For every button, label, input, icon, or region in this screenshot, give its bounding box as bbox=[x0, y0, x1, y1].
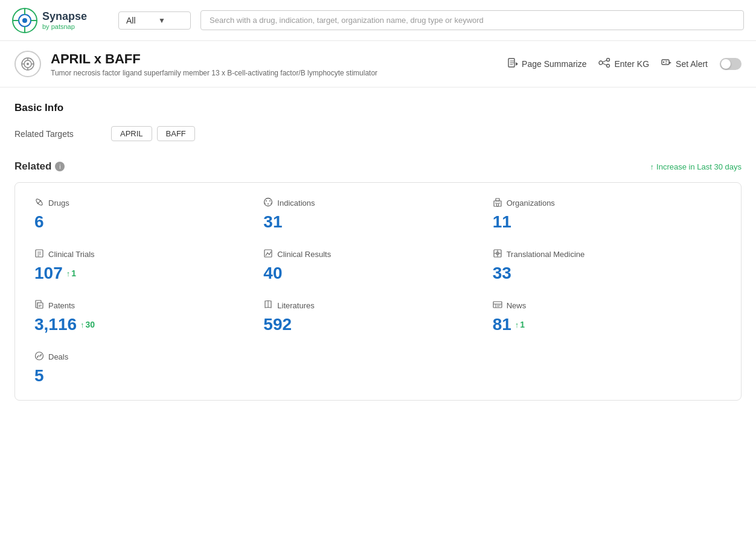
clinical-trials-text: Clinical Trials bbox=[48, 250, 95, 259]
drugs-icon bbox=[34, 197, 44, 209]
set-alert-icon bbox=[661, 57, 672, 71]
drugs-value: 6 bbox=[34, 212, 263, 232]
literatures-count: 592 bbox=[263, 315, 292, 334]
stat-literatures-label: Literatures bbox=[263, 300, 492, 311]
patents-increase-count: 30 bbox=[86, 320, 95, 329]
literatures-icon bbox=[263, 300, 273, 311]
info-icon[interactable]: i bbox=[55, 162, 65, 171]
news-text: News bbox=[507, 301, 527, 310]
search-type-value: All bbox=[126, 16, 151, 25]
enter-kg-button[interactable]: Enter KG bbox=[598, 58, 649, 70]
search-input[interactable]: Search with a drug, indication, target, … bbox=[200, 10, 744, 30]
deals-text: Deals bbox=[48, 352, 68, 361]
summarize-svg bbox=[507, 57, 518, 68]
entity-icon bbox=[14, 51, 41, 77]
logo-area: Synapse by patsnap bbox=[12, 8, 109, 33]
svg-point-23 bbox=[663, 62, 664, 63]
clinical-results-icon bbox=[263, 249, 273, 260]
stat-patents-label: Patents bbox=[34, 300, 263, 311]
stat-translational-medicine[interactable]: Translational Medicine 33 bbox=[493, 249, 722, 283]
tag-baff[interactable]: BAFF bbox=[157, 126, 195, 141]
svg-point-29 bbox=[266, 200, 267, 202]
related-title-area: Related i bbox=[14, 160, 65, 173]
literatures-text: Literatures bbox=[277, 301, 314, 310]
indications-text: Indications bbox=[277, 198, 315, 208]
related-section-header: Related i ↑ Increase in Last 30 days bbox=[14, 160, 742, 173]
patents-value: 3,116 ↑ 30 bbox=[34, 315, 263, 334]
up-icon-patents: ↑ bbox=[80, 320, 85, 329]
entity-header: APRIL x BAFF Tumor necrosis factor ligan… bbox=[0, 41, 756, 87]
clinical-results-count: 40 bbox=[263, 264, 282, 283]
stat-news[interactable]: News 81 ↑ 1 bbox=[493, 300, 722, 334]
stats-grid: Drugs 6 Indications 31 bbox=[34, 197, 722, 386]
organizations-icon bbox=[493, 197, 502, 209]
clinical-results-text: Clinical Results bbox=[277, 250, 331, 259]
stat-deals[interactable]: Deals 5 bbox=[34, 351, 263, 386]
tag-april[interactable]: APRIL bbox=[111, 126, 152, 141]
up-arrow-icon: ↑ bbox=[650, 162, 655, 171]
enter-kg-icon bbox=[598, 58, 610, 70]
clinical-trials-count: 107 bbox=[34, 264, 63, 283]
svg-point-17 bbox=[607, 59, 610, 62]
patents-increase: ↑ 30 bbox=[80, 320, 95, 329]
indications-count: 31 bbox=[263, 212, 282, 232]
set-alert-button[interactable]: Set Alert bbox=[661, 57, 708, 71]
search-type-dropdown[interactable]: All ▼ bbox=[118, 11, 191, 30]
svg-rect-36 bbox=[496, 203, 498, 206]
basic-info-section-title: Basic Info bbox=[14, 102, 742, 114]
svg-point-62 bbox=[37, 357, 38, 358]
news-value: 81 ↑ 1 bbox=[493, 315, 722, 334]
svg-line-27 bbox=[37, 200, 41, 204]
svg-point-33 bbox=[271, 203, 272, 204]
stat-deals-label: Deals bbox=[34, 351, 263, 363]
page-summarize-button[interactable]: Page Summarize bbox=[507, 57, 586, 71]
stat-translational-medicine-label: Translational Medicine bbox=[493, 249, 722, 260]
stat-organizations[interactable]: Organizations 11 bbox=[493, 197, 722, 232]
page-summarize-label: Page Summarize bbox=[522, 59, 586, 69]
logo-synapse-label: Synapse bbox=[42, 10, 87, 23]
svg-marker-15 bbox=[516, 62, 518, 66]
deals-icon bbox=[34, 351, 44, 363]
clinical-trials-increase-count: 1 bbox=[71, 268, 76, 278]
entity-subtitle: Tumor necrosis factor ligand superfamily… bbox=[51, 69, 389, 77]
stat-organizations-label: Organizations bbox=[493, 197, 722, 209]
entity-title: APRIL x BAFF bbox=[51, 51, 498, 67]
set-alert-label: Set Alert bbox=[676, 59, 708, 69]
translational-medicine-count: 33 bbox=[493, 264, 511, 283]
svg-line-19 bbox=[603, 60, 607, 62]
stats-card: Drugs 6 Indications 31 bbox=[14, 182, 742, 401]
svg-point-28 bbox=[264, 198, 272, 206]
stat-drugs[interactable]: Drugs 6 bbox=[34, 197, 263, 232]
deals-count: 5 bbox=[34, 366, 44, 386]
synapse-logo-icon bbox=[12, 8, 37, 33]
stat-news-label: News bbox=[493, 300, 722, 311]
stat-literatures[interactable]: Literatures 592 bbox=[263, 300, 492, 334]
svg-point-63 bbox=[40, 354, 42, 355]
clinical-results-value: 40 bbox=[263, 264, 492, 283]
clinical-trials-value: 107 ↑ 1 bbox=[34, 264, 263, 283]
stat-patents[interactable]: Patents 3,116 ↑ 30 bbox=[34, 300, 263, 334]
related-targets-row: Related Targets APRIL BAFF bbox=[14, 126, 742, 141]
svg-point-9 bbox=[27, 63, 29, 65]
drugs-text: Drugs bbox=[48, 198, 69, 208]
svg-point-18 bbox=[607, 65, 610, 68]
stat-clinical-trials-label: Clinical Trials bbox=[34, 249, 263, 260]
indications-icon bbox=[263, 197, 273, 209]
svg-point-16 bbox=[599, 61, 603, 65]
deals-value: 5 bbox=[34, 366, 263, 386]
news-count: 81 bbox=[493, 315, 511, 334]
organizations-count: 11 bbox=[493, 212, 511, 232]
stat-clinical-results[interactable]: Clinical Results 40 bbox=[263, 249, 492, 283]
tag-list: APRIL BAFF bbox=[111, 126, 195, 141]
stat-clinical-trials[interactable]: Clinical Trials 107 ↑ 1 bbox=[34, 249, 263, 283]
svg-rect-35 bbox=[496, 198, 499, 201]
svg-point-31 bbox=[267, 203, 269, 205]
entity-actions: Page Summarize Enter KG bbox=[507, 57, 742, 71]
svg-point-32 bbox=[265, 203, 266, 204]
stat-indications[interactable]: Indications 31 bbox=[263, 197, 492, 232]
up-icon: ↑ bbox=[66, 269, 71, 278]
news-increase-count: 1 bbox=[520, 320, 525, 329]
translational-medicine-icon bbox=[493, 249, 502, 260]
set-alert-toggle[interactable] bbox=[720, 58, 742, 70]
clinical-trials-increase: ↑ 1 bbox=[66, 268, 76, 278]
